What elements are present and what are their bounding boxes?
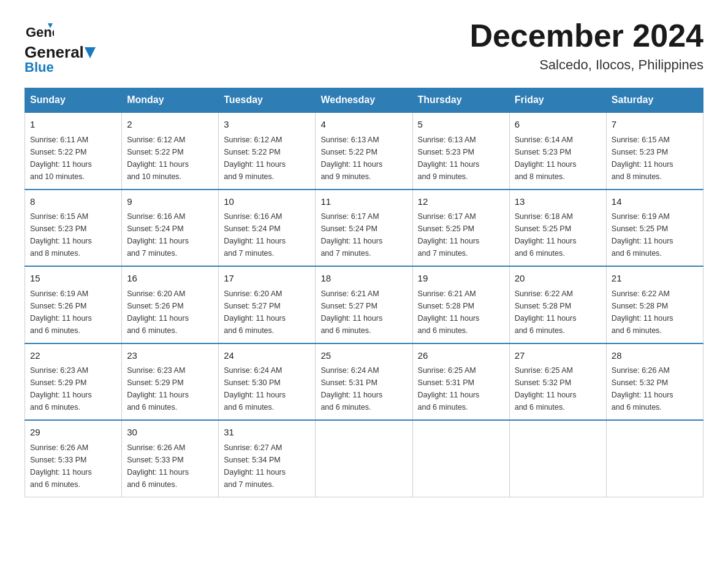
header-tuesday: Tuesday [219, 88, 316, 113]
calendar-cell: 13Sunrise: 6:18 AMSunset: 5:25 PMDayligh… [509, 190, 606, 267]
day-info: Sunrise: 6:23 AMSunset: 5:29 PMDaylight:… [127, 364, 213, 413]
day-number: 16 [127, 272, 213, 286]
day-number: 31 [224, 426, 310, 440]
calendar-cell: 23Sunrise: 6:23 AMSunset: 5:29 PMDayligh… [122, 343, 219, 421]
day-number: 23 [127, 349, 213, 363]
calendar-cell: 22Sunrise: 6:23 AMSunset: 5:29 PMDayligh… [25, 343, 122, 421]
day-number: 30 [127, 426, 213, 440]
day-info: Sunrise: 6:27 AMSunset: 5:34 PMDaylight:… [224, 442, 310, 491]
logo-area: General General Blue [25, 18, 97, 75]
calendar-cell: 12Sunrise: 6:17 AMSunset: 5:25 PMDayligh… [412, 190, 509, 267]
calendar-header-row: SundayMondayTuesdayWednesdayThursdayFrid… [25, 88, 703, 113]
day-info: Sunrise: 6:17 AMSunset: 5:24 PMDaylight:… [320, 210, 407, 259]
calendar-cell: 19Sunrise: 6:21 AMSunset: 5:28 PMDayligh… [412, 266, 509, 343]
calendar-cell: 1Sunrise: 6:11 AMSunset: 5:22 PMDaylight… [25, 112, 122, 190]
day-info: Sunrise: 6:15 AMSunset: 5:23 PMDaylight:… [612, 134, 698, 183]
day-info: Sunrise: 6:13 AMSunset: 5:22 PMDaylight:… [320, 134, 407, 183]
day-number: 2 [127, 118, 213, 132]
day-number: 29 [30, 426, 116, 440]
page-header: General General Blue December 2024 Salce… [25, 18, 703, 75]
calendar-cell: 2Sunrise: 6:12 AMSunset: 5:22 PMDaylight… [122, 112, 219, 190]
calendar-cell: 24Sunrise: 6:24 AMSunset: 5:30 PMDayligh… [219, 343, 316, 421]
calendar-cell: 30Sunrise: 6:26 AMSunset: 5:33 PMDayligh… [122, 420, 219, 497]
day-number: 9 [127, 195, 213, 209]
calendar-cell: 25Sunrise: 6:24 AMSunset: 5:31 PMDayligh… [316, 343, 412, 421]
day-number: 21 [612, 272, 698, 286]
calendar-cell: 27Sunrise: 6:25 AMSunset: 5:32 PMDayligh… [509, 343, 606, 421]
calendar-cell: 20Sunrise: 6:22 AMSunset: 5:28 PMDayligh… [509, 266, 606, 343]
day-number: 12 [418, 195, 504, 209]
day-info: Sunrise: 6:12 AMSunset: 5:22 PMDaylight:… [224, 134, 310, 183]
header-thursday: Thursday [412, 88, 509, 113]
title-area: December 2024 Salcedo, Ilocos, Philippin… [469, 18, 703, 73]
header-wednesday: Wednesday [316, 88, 412, 113]
day-info: Sunrise: 6:24 AMSunset: 5:31 PMDaylight:… [320, 364, 407, 413]
calendar-cell: 6Sunrise: 6:14 AMSunset: 5:23 PMDaylight… [509, 112, 606, 190]
day-number: 19 [418, 272, 504, 286]
day-number: 3 [224, 118, 310, 132]
day-number: 1 [30, 118, 116, 132]
day-number: 6 [515, 118, 601, 132]
day-number: 13 [515, 195, 601, 209]
header-monday: Monday [122, 88, 219, 113]
day-number: 26 [418, 349, 504, 363]
day-info: Sunrise: 6:26 AMSunset: 5:33 PMDaylight:… [30, 442, 116, 491]
calendar-cell: 18Sunrise: 6:21 AMSunset: 5:27 PMDayligh… [316, 266, 412, 343]
calendar-cell: 26Sunrise: 6:25 AMSunset: 5:31 PMDayligh… [412, 343, 509, 421]
day-info: Sunrise: 6:22 AMSunset: 5:28 PMDaylight:… [515, 288, 601, 337]
calendar-cell: 31Sunrise: 6:27 AMSunset: 5:34 PMDayligh… [219, 420, 316, 497]
calendar-cell [412, 420, 509, 497]
day-number: 27 [515, 349, 601, 363]
day-info: Sunrise: 6:24 AMSunset: 5:30 PMDaylight:… [224, 364, 310, 413]
logo-triangle-icon [85, 47, 96, 58]
calendar-week-5: 29Sunrise: 6:26 AMSunset: 5:33 PMDayligh… [25, 420, 703, 497]
calendar-cell: 17Sunrise: 6:20 AMSunset: 5:27 PMDayligh… [219, 266, 316, 343]
day-info: Sunrise: 6:25 AMSunset: 5:32 PMDaylight:… [515, 364, 601, 413]
day-info: Sunrise: 6:22 AMSunset: 5:28 PMDaylight:… [612, 288, 698, 337]
calendar-cell [509, 420, 606, 497]
day-number: 28 [612, 349, 698, 363]
day-number: 11 [320, 195, 407, 209]
day-number: 24 [224, 349, 310, 363]
calendar-cell: 11Sunrise: 6:17 AMSunset: 5:24 PMDayligh… [316, 190, 412, 267]
day-info: Sunrise: 6:26 AMSunset: 5:32 PMDaylight:… [612, 364, 698, 413]
day-info: Sunrise: 6:23 AMSunset: 5:29 PMDaylight:… [30, 364, 116, 413]
calendar-cell: 16Sunrise: 6:20 AMSunset: 5:26 PMDayligh… [122, 266, 219, 343]
calendar-cell [316, 420, 412, 497]
day-number: 10 [224, 195, 310, 209]
calendar-cell: 21Sunrise: 6:22 AMSunset: 5:28 PMDayligh… [606, 266, 703, 343]
day-number: 18 [320, 272, 407, 286]
day-info: Sunrise: 6:16 AMSunset: 5:24 PMDaylight:… [224, 210, 310, 259]
calendar-cell: 9Sunrise: 6:16 AMSunset: 5:24 PMDaylight… [122, 190, 219, 267]
day-info: Sunrise: 6:26 AMSunset: 5:33 PMDaylight:… [127, 442, 213, 491]
day-info: Sunrise: 6:19 AMSunset: 5:25 PMDaylight:… [612, 210, 698, 259]
header-saturday: Saturday [606, 88, 703, 113]
day-info: Sunrise: 6:17 AMSunset: 5:25 PMDaylight:… [418, 210, 504, 259]
day-info: Sunrise: 6:21 AMSunset: 5:28 PMDaylight:… [418, 288, 504, 337]
day-number: 14 [612, 195, 698, 209]
calendar-cell: 8Sunrise: 6:15 AMSunset: 5:23 PMDaylight… [25, 190, 122, 267]
calendar-cell: 15Sunrise: 6:19 AMSunset: 5:26 PMDayligh… [25, 266, 122, 343]
day-number: 7 [612, 118, 698, 132]
calendar-cell: 5Sunrise: 6:13 AMSunset: 5:23 PMDaylight… [412, 112, 509, 190]
day-info: Sunrise: 6:16 AMSunset: 5:24 PMDaylight:… [127, 210, 213, 259]
calendar-cell: 7Sunrise: 6:15 AMSunset: 5:23 PMDaylight… [606, 112, 703, 190]
day-number: 22 [30, 349, 116, 363]
day-info: Sunrise: 6:14 AMSunset: 5:23 PMDaylight:… [515, 134, 601, 183]
svg-marker-2 [85, 47, 96, 58]
day-number: 20 [515, 272, 601, 286]
day-info: Sunrise: 6:15 AMSunset: 5:23 PMDaylight:… [30, 210, 116, 259]
day-number: 17 [224, 272, 310, 286]
day-info: Sunrise: 6:19 AMSunset: 5:26 PMDaylight:… [30, 288, 116, 337]
location-title: Salcedo, Ilocos, Philippines [469, 57, 703, 73]
day-number: 4 [320, 118, 407, 132]
calendar-cell: 28Sunrise: 6:26 AMSunset: 5:32 PMDayligh… [606, 343, 703, 421]
day-info: Sunrise: 6:18 AMSunset: 5:25 PMDaylight:… [515, 210, 601, 259]
logo-blue-text: Blue [25, 59, 54, 75]
header-sunday: Sunday [25, 88, 122, 113]
day-number: 5 [418, 118, 504, 132]
day-info: Sunrise: 6:21 AMSunset: 5:27 PMDaylight:… [320, 288, 407, 337]
calendar-week-2: 8Sunrise: 6:15 AMSunset: 5:23 PMDaylight… [25, 190, 703, 267]
day-info: Sunrise: 6:12 AMSunset: 5:22 PMDaylight:… [127, 134, 213, 183]
day-info: Sunrise: 6:13 AMSunset: 5:23 PMDaylight:… [418, 134, 504, 183]
